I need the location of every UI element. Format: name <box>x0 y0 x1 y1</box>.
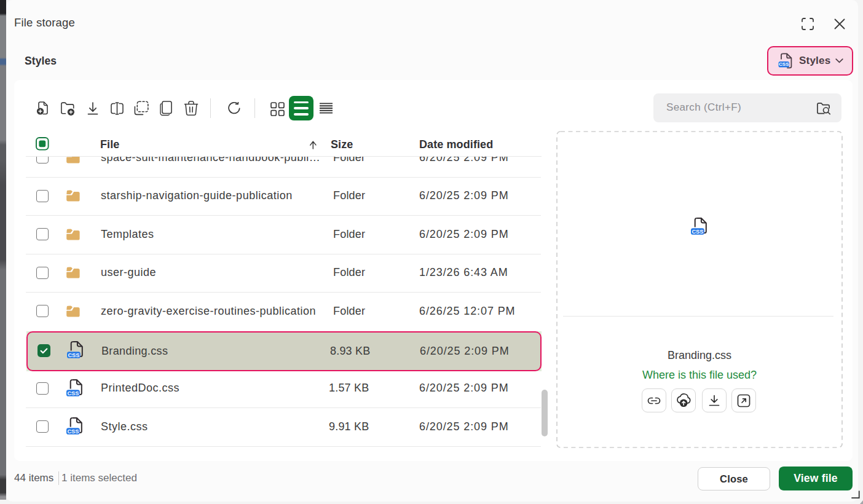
svg-text:CSS: CSS <box>67 390 79 396</box>
svg-text:CSS: CSS <box>67 428 79 435</box>
svg-text:CSS: CSS <box>692 229 703 235</box>
svg-text:CSS: CSS <box>68 352 79 358</box>
svg-text:CSS: CSS <box>779 61 789 67</box>
